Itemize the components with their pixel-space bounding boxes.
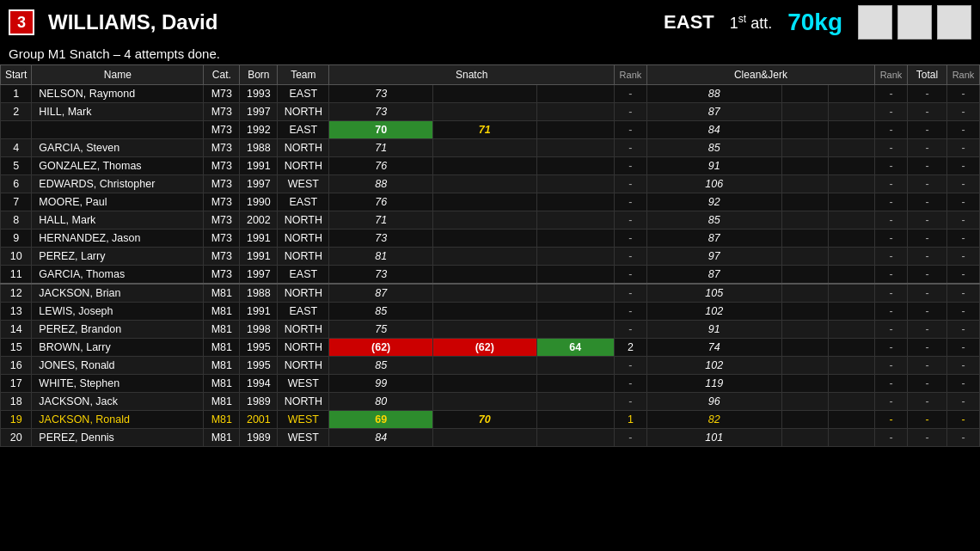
cell-born: 1989 [240,393,278,411]
table-cell: 97 [646,248,781,266]
table-cell: 85 [646,211,781,230]
number-badge: 3 [9,9,34,35]
table-cell: 119 [646,375,781,393]
cell-name: WHITE, Stephen [32,375,204,393]
cell-born: 2001 [240,411,278,429]
table-cell: 76 [329,193,433,211]
table-cell: 87 [329,284,433,303]
cell-team: NORTH [278,339,329,357]
table-cell [432,303,536,321]
cell-cat: M73 [204,211,240,230]
table-cell [828,266,874,285]
cell-cat: M81 [204,393,240,411]
cell-team: EAST [278,121,329,139]
table-cell [536,230,614,248]
cell-totalrank: - [947,248,980,266]
table-cell [828,121,874,139]
cell-start: 4 [1,139,32,157]
table-cell [536,411,614,429]
cell-rank: - [614,211,646,230]
cell-totalrank: - [947,303,980,321]
cell-totalrank: - [947,211,980,230]
table-cell [781,357,828,375]
table-cell: 64 [536,339,614,357]
attempt-label: 1st att. [730,13,772,33]
table-cell [432,321,536,339]
table-cell [536,393,614,411]
col-rank2: Rank [875,65,908,85]
table-cell: 87 [646,266,781,285]
table-cell: 96 [646,393,781,411]
table-cell [828,321,874,339]
cell-totalrank: - [947,429,980,447]
cell-start: 20 [1,429,32,447]
table-cell [432,284,536,303]
cell-team: NORTH [278,103,329,121]
cell-born: 1997 [240,266,278,285]
cell-totalrank: - [947,157,980,175]
cell-total: - [908,103,947,121]
table-cell: 71 [432,121,536,139]
cell-start: 17 [1,375,32,393]
header: 3 WILLIAMS, David EAST 1st att. 70kg [0,0,980,45]
weight-label: 70kg [787,9,842,36]
cell-cjrank: - [875,139,908,157]
cell-cjrank: - [875,121,908,139]
table-cell: 84 [646,121,781,139]
table-cell: 88 [646,85,781,103]
cell-total: - [908,375,947,393]
table-cell [432,248,536,266]
cell-rank: - [614,248,646,266]
cell-cat: M73 [204,248,240,266]
table-cell [781,157,828,175]
cell-team: NORTH [278,211,329,230]
cell-team: NORTH [278,248,329,266]
col-rank3: Rank [947,65,980,85]
col-cat: Cat. [204,65,240,85]
cell-team: EAST [278,303,329,321]
cell-born: 1988 [240,284,278,303]
cell-team: WEST [278,411,329,429]
cell-rank: - [614,429,646,447]
cell-cjrank: - [875,248,908,266]
cell-start: 13 [1,303,32,321]
cell-cjrank: - [875,375,908,393]
athlete-name: WILLIAMS, David [48,10,650,34]
table-cell [432,230,536,248]
table-cell [536,121,614,139]
cell-team: WEST [278,175,329,193]
cell-cat: M73 [204,121,240,139]
cell-cjrank: - [875,157,908,175]
table-cell: 101 [646,429,781,447]
table-cell [432,266,536,285]
cell-born: 1991 [240,157,278,175]
cell-name: GONZALEZ, Thomas [32,157,204,175]
cell-total: - [908,175,947,193]
col-clean-jerk: Clean&Jerk [646,65,874,85]
cell-rank: - [614,230,646,248]
table-cell [828,248,874,266]
table-cell [432,393,536,411]
table-cell [536,375,614,393]
table-cell [536,139,614,157]
cell-cat: M81 [204,339,240,357]
cell-cat: M73 [204,193,240,211]
cell-rank: - [614,103,646,121]
table-cell [536,175,614,193]
table-cell [432,157,536,175]
col-total: Total [908,65,947,85]
cell-name: JACKSON, Jack [32,393,204,411]
table-cell [828,357,874,375]
table-cell [781,284,828,303]
score-box-3 [937,5,971,40]
cell-born: 1995 [240,339,278,357]
cell-cat: M73 [204,230,240,248]
cell-start: 16 [1,357,32,375]
table-cell: 102 [646,303,781,321]
table-cell [828,339,874,357]
table-cell [432,103,536,121]
table-cell [781,230,828,248]
cell-total: - [908,393,947,411]
table-cell [828,393,874,411]
cell-born: 1988 [240,139,278,157]
